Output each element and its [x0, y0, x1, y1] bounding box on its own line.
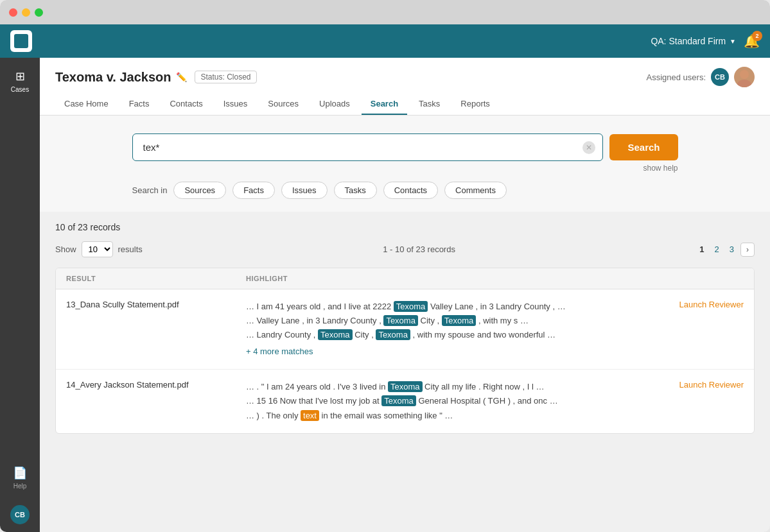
firm-name-label: QA: Standard Firm [651, 36, 726, 46]
highlight-line-5: … 15 16 Now that I've lost my job at Tex… [246, 394, 641, 408]
search-button[interactable]: Search [609, 134, 678, 160]
pagination-right: 1 2 3 › [696, 243, 755, 257]
show-select-wrap: Show 10 25 50 results [55, 241, 143, 257]
page-3[interactable]: 3 [726, 243, 738, 256]
texoma-mark: Texoma [394, 301, 428, 312]
highlight-line-4: … . " I am 24 years old . I've 3 lived i… [246, 380, 641, 394]
tab-uploads[interactable]: Uploads [310, 94, 359, 115]
search-area: ✕ Search show help Search in Sources Fac… [40, 116, 770, 212]
window-chrome [0, 0, 770, 24]
show-count-select[interactable]: 10 25 50 [82, 241, 113, 257]
tab-reports[interactable]: Reports [451, 94, 499, 115]
sidebar-user-avatar[interactable]: CB [10, 505, 30, 524]
case-title: Texoma v. Jackson ✏️ [55, 70, 187, 85]
filter-issues[interactable]: Issues [281, 182, 328, 199]
page-2[interactable]: 2 [711, 243, 723, 256]
table-row: 14_Avery Jackson Statement.pdf … . " I a… [56, 370, 754, 433]
svg-point-0 [740, 70, 749, 79]
help-icon: 📄 [13, 466, 27, 480]
case-title-row: Texoma v. Jackson ✏️ Status: Closed Assi… [55, 67, 755, 87]
notification-badge: 2 [752, 31, 762, 41]
chevron-down-icon: ▼ [730, 38, 736, 45]
logo[interactable] [10, 30, 32, 52]
assigned-user-photo [734, 67, 755, 87]
tab-sources[interactable]: Sources [259, 94, 308, 115]
texoma-mark-3: Texoma [442, 315, 477, 326]
texoma-mark-7: Texoma [381, 395, 416, 406]
top-bar-left [10, 30, 32, 52]
pagination-bar: Show 10 25 50 results 1 - 10 of 23 recor… [55, 241, 755, 257]
case-header: Texoma v. Jackson ✏️ Status: Closed Assi… [40, 58, 770, 116]
table-header: RESULT HIGHLIGHT [56, 268, 754, 289]
show-label: Show [55, 245, 76, 254]
search-input[interactable] [132, 133, 604, 161]
filter-facts[interactable]: Facts [232, 182, 275, 199]
col-action [641, 275, 744, 282]
highlight-line-6: … ) . The only text in the email was som… [246, 409, 641, 423]
results-table: RESULT HIGHLIGHT 13_Dana Scully Statemen… [55, 268, 755, 434]
launch-reviewer-1[interactable]: Launch Reviewer [641, 300, 744, 309]
tab-issues[interactable]: Issues [214, 94, 257, 115]
text-mark: text [301, 410, 319, 421]
next-page-button[interactable]: › [740, 243, 755, 257]
sidebar-item-help[interactable]: 📄 Help [10, 461, 30, 495]
search-row: ✕ Search [132, 133, 678, 161]
maximize-dot[interactable] [35, 8, 43, 17]
result-name-1[interactable]: 13_Dana Scully Statement.pdf [66, 300, 246, 309]
page-1[interactable]: 1 [696, 243, 708, 256]
texoma-mark-2: Texoma [383, 315, 418, 326]
sidebar-item-label: Cases [11, 86, 29, 93]
notification-bell[interactable]: 🔔 2 [744, 33, 760, 49]
top-bar-right: QA: Standard Firm ▼ 🔔 2 [651, 33, 760, 49]
search-input-wrap: ✕ [132, 133, 604, 161]
highlight-1: … I am 41 years old , and I live at 2222… [246, 300, 641, 359]
svg-point-1 [737, 80, 751, 87]
highlight-line-1: … I am 41 years old , and I live at 2222… [246, 300, 641, 314]
sidebar-help-label: Help [13, 483, 27, 490]
col-highlight: HIGHLIGHT [246, 275, 641, 282]
firm-selector[interactable]: QA: Standard Firm ▼ [651, 36, 736, 46]
tab-contacts[interactable]: Contacts [161, 94, 211, 115]
more-matches-1[interactable]: + 4 more matches [246, 345, 641, 359]
highlight-2: … . " I am 24 years old . I've 3 lived i… [246, 380, 641, 422]
sidebar-bottom: 📄 Help CB [10, 461, 30, 532]
tab-facts[interactable]: Facts [120, 94, 159, 115]
texoma-mark-4: Texoma [318, 329, 353, 340]
filter-contacts[interactable]: Contacts [383, 182, 438, 199]
table-row: 13_Dana Scully Statement.pdf … I am 41 y… [56, 289, 754, 370]
col-result: RESULT [66, 275, 246, 282]
records-count: 10 of 23 records [55, 222, 755, 232]
highlight-line-2: … Valley Lane , in 3 Landry County , Tex… [246, 314, 641, 328]
results-label: results [118, 245, 143, 254]
show-help-link[interactable]: show help [132, 164, 678, 173]
results-area: 10 of 23 records Show 10 25 50 results 1… [40, 212, 770, 532]
minimize-dot[interactable] [22, 8, 30, 17]
logo-inner [14, 34, 28, 48]
content-area: Texoma v. Jackson ✏️ Status: Closed Assi… [40, 58, 770, 532]
highlight-line-3: … Landry County , Texoma City , Texoma ,… [246, 328, 641, 342]
launch-reviewer-2[interactable]: Launch Reviewer [641, 380, 744, 390]
texoma-mark-6: Texoma [388, 381, 423, 392]
case-status-badge: Status: Closed [195, 71, 256, 83]
edit-case-title-icon[interactable]: ✏️ [176, 72, 187, 82]
tab-case-home[interactable]: Case Home [55, 94, 118, 115]
assigned-users-section: Assigned users: CB [647, 67, 755, 87]
filter-tasks[interactable]: Tasks [334, 182, 377, 199]
tab-search[interactable]: Search [362, 94, 407, 115]
nav-tabs: Case Home Facts Contacts Issues Sources … [55, 94, 755, 115]
filter-sources[interactable]: Sources [173, 182, 226, 199]
sidebar: ⊞ Cases 📄 Help CB [0, 58, 40, 532]
filter-row: Search in Sources Facts Issues Tasks Con… [132, 182, 678, 199]
cases-icon: ⊞ [15, 69, 25, 83]
result-name-2[interactable]: 14_Avery Jackson Statement.pdf [66, 380, 246, 390]
close-dot[interactable] [9, 8, 17, 17]
tab-tasks[interactable]: Tasks [410, 94, 449, 115]
sidebar-item-cases[interactable]: ⊞ Cases [0, 64, 40, 98]
filter-comments[interactable]: Comments [444, 182, 507, 199]
assigned-user-cb: CB [711, 68, 729, 86]
main-layout: ⊞ Cases 📄 Help CB Texoma v. Jackson ✏️ S… [0, 58, 770, 532]
assigned-label: Assigned users: [647, 73, 706, 82]
window-dots [9, 8, 43, 17]
texoma-mark-5: Texoma [376, 329, 410, 340]
search-clear-button[interactable]: ✕ [582, 141, 595, 154]
